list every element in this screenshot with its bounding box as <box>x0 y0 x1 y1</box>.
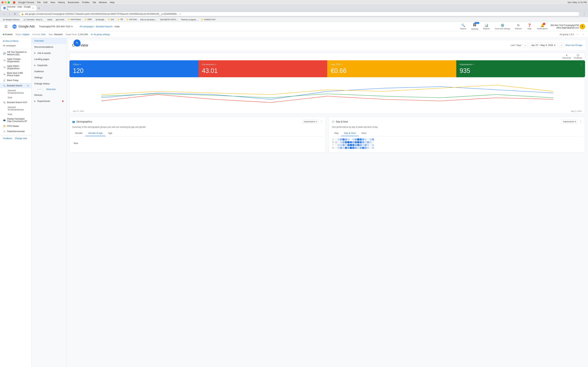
day-hour-menu-button[interactable]: ⋮ <box>579 120 582 124</box>
bookmark-shopify[interactable]: 🛍 Shopify <box>94 18 106 21</box>
tab-gender[interactable]: Gender <box>72 130 85 136</box>
ad-group-settings-button[interactable]: ⚙ Ad group settings <box>91 33 110 36</box>
show-last-30-button[interactable]: Show last 30 days <box>565 44 582 47</box>
bookmark-analytics[interactable]: 📁 analytics tool <box>200 18 217 21</box>
clicks-arrow[interactable]: ▾ <box>80 63 81 66</box>
sidebar-sub-generell-1[interactable]: Generell Schallzahnbürste <box>0 88 31 95</box>
extensions-button[interactable]: ⋮ <box>582 12 587 17</box>
search-tool[interactable]: 🔍 Search <box>458 23 468 30</box>
sidebar-sub-suta-2[interactable]: Suta <box>0 112 31 117</box>
bookmark-b2b[interactable]: b2b-eu.tamaraco... <box>139 18 158 21</box>
mac-menu-window[interactable]: Window <box>99 1 107 4</box>
nav-ads-assets[interactable]: ▶ Ads & assets <box>32 50 66 56</box>
impressions-arrow[interactable]: ▾ <box>473 63 474 66</box>
tab-age[interactable]: Age <box>105 130 115 136</box>
mac-menu-edit[interactable]: Edit <box>43 1 47 4</box>
nav-devices[interactable]: Devices <box>32 92 66 98</box>
breadcrumb-all-campaigns[interactable]: All campaigns <box>80 25 94 28</box>
maximize-dot[interactable] <box>8 1 10 3</box>
mac-menu-apple[interactable]: 🍎 <box>13 1 15 4</box>
sidebar-item-display[interactable]: 📺 Display Kampagne Clips Conversions BT <box>0 117 31 124</box>
account-selector[interactable]: TrackingbyGTM 363-944-7419 ▾ <box>38 25 74 28</box>
tab-gender-age[interactable]: Gender & Age <box>85 130 105 136</box>
help-tool[interactable]: ❓ Help <box>525 23 534 30</box>
bookmark-fb[interactable]: 📁 FB <box>116 18 124 21</box>
sidebar-item-ab-test[interactable]: 🔄 A/B Test Standard vs. Network (DE) <box>0 50 31 57</box>
mac-menu-file[interactable]: File <box>37 1 41 4</box>
day-hour-metric-selector[interactable]: Impressions ▾ <box>562 119 578 124</box>
feedback-button[interactable]: 💬 Feedback <box>574 54 582 59</box>
close-dot[interactable] <box>1 1 3 3</box>
conversions-label[interactable]: Conversions ▾ <box>202 63 324 66</box>
bookmark-overview[interactable]: 📊 Overview - Anas E... <box>22 18 45 21</box>
address-bar[interactable]: 🔒 ads.google.com/aw/overview?campaignId=… <box>19 12 579 16</box>
date-next-button[interactable]: › <box>559 43 564 48</box>
reload-button[interactable]: ↻ <box>13 12 17 17</box>
reports-tool[interactable]: 📊 Reports <box>481 23 492 30</box>
account-value[interactable]: Suta <box>41 33 45 36</box>
mac-menu-chrome[interactable]: Google Chrome <box>18 1 34 4</box>
sidebar-sub-generell-2[interactable]: Generell Schallzahnbürste <box>0 105 31 112</box>
mac-menu-history[interactable]: History <box>58 1 65 4</box>
nav-change-history[interactable]: Change history <box>32 81 66 87</box>
bookmark-icon[interactable]: ☆ <box>179 13 181 15</box>
conversions-arrow[interactable]: ▾ <box>215 63 216 66</box>
sidebar-item-fieber[interactable]: 🌡 Fieberthermometer <box>0 129 31 134</box>
mac-menu-profiles[interactable]: Profiles <box>82 1 90 4</box>
ad-group-next-button[interactable]: › <box>581 32 585 36</box>
demographics-metric-selector[interactable]: Impressions ▾ <box>302 119 318 124</box>
minimize-dot[interactable] <box>5 1 7 3</box>
bookmark-clarity[interactable]: clarity <box>46 18 54 21</box>
new-tab-button[interactable]: + <box>36 6 41 11</box>
bookmark-partners[interactable]: Partners program... <box>180 18 199 21</box>
hamburger-menu[interactable]: ☰ <box>3 25 9 29</box>
bookmark-work-history[interactable]: 📁 work history <box>66 18 82 21</box>
bookmark-ga4-meta[interactable]: GA4-META-TIKTO... <box>159 18 179 21</box>
date-prev-button[interactable]: ‹ <box>523 43 528 48</box>
nav-keywords[interactable]: ▶ Keywords <box>32 62 66 68</box>
bookmark-ga4[interactable]: ga4 event <box>54 18 66 21</box>
back-button[interactable]: ‹ <box>1 12 6 17</box>
demographics-menu-button[interactable]: ⋮ <box>320 120 323 124</box>
nav-audience[interactable]: Audience <box>32 68 66 75</box>
change-view-link[interactable]: Change view <box>15 137 27 140</box>
sidebar-sub-suta-1[interactable]: Suta <box>0 95 31 100</box>
stat-card-menu[interactable]: ⋮ <box>580 62 583 66</box>
mac-menu-help[interactable]: Help <box>110 1 114 4</box>
download-button[interactable]: ⬇ Download <box>562 54 571 59</box>
forward-button[interactable]: › <box>7 12 12 17</box>
view-filter[interactable]: ⊞ View (2 filters) <box>0 38 31 44</box>
nav-overview[interactable]: Overview <box>32 38 66 44</box>
cpc-label[interactable]: Avg. CPC ▾ <box>331 63 453 66</box>
nav-show-less[interactable]: Show less <box>32 87 66 92</box>
nav-settings[interactable]: Settings <box>32 75 66 81</box>
nav-experiments[interactable]: ▶ Experiments <box>32 98 66 104</box>
tab-hour[interactable]: Hour <box>359 130 369 136</box>
account-avatar[interactable]: T <box>579 24 585 29</box>
sidebar-item-black-friday[interactable]: 🛒 Black Friday <box>0 78 31 83</box>
edit-fab-button[interactable]: ✎ <box>73 40 80 47</box>
sidebar-item-black-deal[interactable]: 🛍 Black Deal 5,89€ iPhone Kabel <box>0 71 31 78</box>
spacing-tool[interactable]: BETA Spacing <box>469 22 480 31</box>
feedback-link[interactable]: Feedback <box>3 137 12 140</box>
cpc-arrow[interactable]: ▾ <box>341 63 343 66</box>
nav-recommendations[interactable]: Recommendations <box>32 44 66 50</box>
sidebar-item-ffp2[interactable]: 😷 FFP2 Maske <box>0 124 31 129</box>
sidebar-item-branded-search[interactable]: 🔍 Branded Search ▾ <box>0 83 31 88</box>
tools-tool[interactable]: ⚙️ Tools and settings <box>493 23 512 30</box>
sidebar-item-branded-search-ach[interactable]: 🔍 Branded Search ACH <box>0 100 31 105</box>
mac-menu-bookmarks[interactable]: Bookmarks <box>68 1 79 4</box>
status-value[interactable]: Eligible <box>23 33 29 36</box>
mac-menu-view[interactable]: View <box>50 1 55 4</box>
bookmark-info-links[interactable]: 📁 info links <box>125 18 138 21</box>
tab-close-button[interactable]: ✕ <box>32 7 34 9</box>
sidebar-item-apple-charger[interactable]: 🛍 Apple Charger - Shopbrothers <box>0 57 31 64</box>
bookmark-gmc[interactable]: 📁 GMC <box>83 18 94 21</box>
active-tab[interactable]: A Overview - mate - Google A... ✕ <box>1 5 36 11</box>
bookmark-shopify-partners[interactable]: 🛍 Shopify Partners <box>1 18 21 21</box>
tab-day[interactable]: Day <box>332 130 341 136</box>
mac-menu-tab[interactable]: Tab <box>92 1 96 4</box>
date-range-picker[interactable]: Apr 27 – May 3, 2024 ▾ <box>529 43 558 48</box>
refresh-tool[interactable]: ↻ Refresh <box>513 23 524 30</box>
ad-group-prev-button[interactable]: ‹ <box>575 32 579 36</box>
